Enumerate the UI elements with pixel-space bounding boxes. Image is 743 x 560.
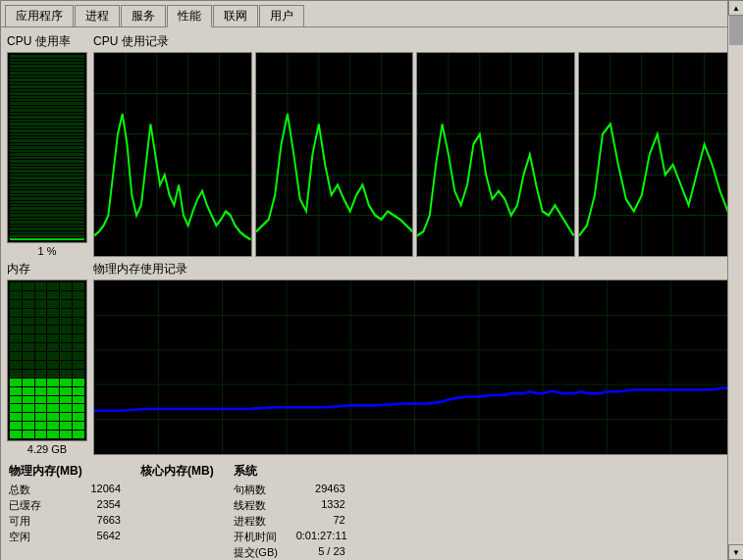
mem-free-value: 5642 <box>72 530 121 544</box>
cpu-percent: 1 % <box>38 245 57 257</box>
cpu-usage-label: CPU 使用率 <box>7 33 71 50</box>
cpu-graph-1 <box>93 52 252 257</box>
tab-network[interactable]: 联网 <box>213 5 258 26</box>
mem-cached-row: 已缓存 2354 <box>9 498 121 513</box>
mem-available-label: 可用 <box>9 514 68 529</box>
sys-uptime-label: 开机时间 <box>234 530 292 544</box>
scrollbar-up-btn[interactable]: ▲ <box>728 0 743 16</box>
sys-commit-value: 5 / 23 <box>296 545 345 560</box>
sys-handles-label: 句柄数 <box>234 483 292 497</box>
cpu-history-panel: CPU 使用记录 <box>93 33 736 257</box>
task-manager-window: 应用程序 进程 服务 性能 联网 用户 CPU 使用率 1 % CPU 使用记录 <box>0 0 743 560</box>
tab-bar: 应用程序 进程 服务 性能 联网 用户 <box>1 1 742 27</box>
sys-threads-label: 线程数 <box>234 498 292 513</box>
sys-uptime-value: 0:01:27:11 <box>296 530 347 544</box>
sys-threads-row: 线程数 1332 <box>234 498 347 513</box>
scrollbar-track[interactable] <box>728 16 743 544</box>
sys-handles-value: 29463 <box>296 483 345 497</box>
mem-free-row: 空闲 5642 <box>9 530 121 544</box>
cpu-history-graphs <box>93 52 736 257</box>
tab-processes[interactable]: 进程 <box>75 5 120 26</box>
sys-processes-row: 进程数 72 <box>234 514 347 529</box>
mem-bar-container <box>7 280 87 441</box>
mem-total-value: 12064 <box>72 483 121 497</box>
scrollbar-down-btn[interactable]: ▼ <box>728 544 743 560</box>
cpu-usage-panel: CPU 使用率 1 % <box>7 33 87 257</box>
mem-usage-panel: 内存 4.29 GB <box>7 261 87 455</box>
sys-threads-value: 1332 <box>296 498 345 513</box>
cpu-history-label: CPU 使用记录 <box>93 33 736 50</box>
mem-history-label: 物理内存使用记录 <box>93 261 736 278</box>
tab-users[interactable]: 用户 <box>259 5 304 26</box>
mem-total-label: 总数 <box>9 483 68 497</box>
sys-handles-row: 句柄数 29463 <box>234 483 347 497</box>
kernel-mem-header: 核心内存(MB) <box>140 463 214 480</box>
cpu-graph-2 <box>255 52 414 257</box>
memory-section: 内存 4.29 GB 物理内存使用记录 <box>7 261 736 455</box>
mem-usage-label: 内存 <box>7 261 30 278</box>
mem-available-value: 7663 <box>72 514 121 529</box>
sys-processes-label: 进程数 <box>234 514 292 529</box>
mem-available-row: 可用 7663 <box>9 514 121 529</box>
tab-services[interactable]: 服务 <box>121 5 166 26</box>
physical-mem-header: 物理内存(MB) <box>9 463 121 480</box>
cpu-bar-inner <box>10 55 84 240</box>
sys-processes-value: 72 <box>296 514 345 529</box>
mem-cached-label: 已缓存 <box>9 498 68 513</box>
mem-total-row: 总数 12064 <box>9 483 121 497</box>
system-header: 系统 <box>234 463 347 480</box>
mem-value: 4.29 GB <box>27 443 67 455</box>
tab-applications[interactable]: 应用程序 <box>5 5 74 26</box>
mem-graph <box>93 280 736 455</box>
mem-cached-value: 2354 <box>72 498 121 513</box>
tab-performance[interactable]: 性能 <box>167 5 212 27</box>
performance-content: CPU 使用率 1 % CPU 使用记录 <box>1 27 742 560</box>
sys-commit-row: 提交(GB) 5 / 23 <box>234 545 347 560</box>
cpu-graph-3 <box>416 52 575 257</box>
cpu-section: CPU 使用率 1 % CPU 使用记录 <box>7 33 736 257</box>
physical-mem-stats: 物理内存(MB) 总数 12064 已缓存 2354 可用 7663 空闲 56… <box>9 463 121 560</box>
scrollbar-thumb[interactable] <box>729 16 743 45</box>
stats-section: 物理内存(MB) 总数 12064 已缓存 2354 可用 7663 空闲 56… <box>7 459 736 560</box>
cpu-bar-container <box>7 52 87 243</box>
mem-free-label: 空闲 <box>9 530 68 544</box>
mem-history-panel: 物理内存使用记录 <box>93 261 736 455</box>
scrollbar[interactable]: ▲ ▼ <box>727 0 743 560</box>
cpu-graph-4 <box>578 52 737 257</box>
sys-uptime-row: 开机时间 0:01:27:11 <box>234 530 347 544</box>
kernel-mem-stats: 核心内存(MB) <box>140 463 214 560</box>
system-stats: 系统 句柄数 29463 线程数 1332 进程数 72 开机时间 0:01:2… <box>234 463 347 560</box>
sys-commit-label: 提交(GB) <box>234 545 292 560</box>
